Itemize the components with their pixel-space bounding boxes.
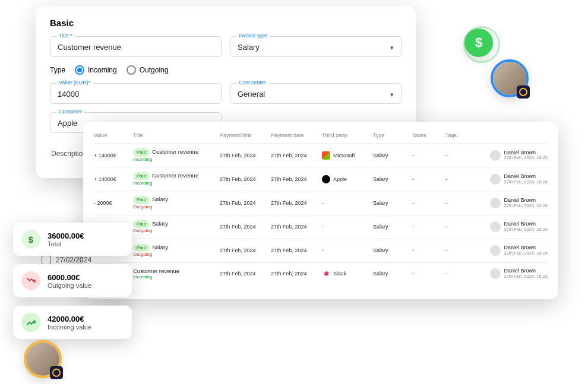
direction-label: Outgoing (133, 204, 216, 210)
outgoing-amount: 6000.00€ (48, 273, 91, 282)
status-badge: Paid (133, 196, 150, 204)
cell-tags: - (445, 200, 481, 206)
cell-title: PaidCustomer revenueIncoming (133, 148, 216, 162)
cell-taxes: - (412, 224, 442, 230)
table-row[interactable]: - 2000€PaidSalaryOutgoing27th Feb, 20242… (94, 239, 548, 262)
title-field[interactable]: Title * Customer revenue (50, 36, 222, 57)
incoming-amount: 42000.00€ (48, 315, 91, 323)
title-label: Title * (56, 33, 75, 39)
invoice-type-select[interactable]: Invoice type Salary (230, 36, 402, 57)
cell-payment-date: 27th Feb, 2024 (271, 153, 318, 158)
third-party-cell: - (322, 247, 369, 253)
cell-type: Salary (373, 200, 409, 206)
cell-title: PaidSalaryOutgoing (133, 220, 216, 234)
date-value: 27/02/2024 (56, 256, 91, 264)
table-row[interactable]: - 2000€PaidSalaryOutgoing27th Feb, 20242… (94, 191, 548, 214)
cell-value: + 14000€ (94, 153, 129, 158)
cell-taxes: - (412, 247, 442, 253)
cell-type: Salary (373, 224, 409, 230)
cell-taxes: - (412, 200, 442, 206)
th-tags: Tags (445, 132, 481, 138)
author-cell: Daniel Brown27th Feb, 2024, 16:24 (490, 221, 548, 232)
th-taxes: Taxes (412, 132, 442, 138)
value-value: 14000 (58, 90, 214, 99)
cell-type: Salary (373, 247, 409, 253)
avatar-user-2 (24, 340, 62, 378)
incoming-label: Incoming value (48, 323, 91, 331)
cell-type: Salary (373, 153, 409, 158)
cost-center-select[interactable]: Cost center General (230, 83, 402, 104)
value-field[interactable]: Value (EUR)* 14000 (50, 83, 222, 104)
table-body: + 14000€PaidCustomer revenueIncoming27th… (94, 143, 548, 285)
table-row[interactable]: Customer revenueIncoming27th Feb, 202427… (94, 262, 548, 285)
type-radio-group: Type Incoming Outgoing (50, 65, 402, 75)
avatar-icon (490, 268, 501, 279)
value-label: Value (EUR)* (56, 80, 93, 85)
summary-total-card: $ 36000.00€ Total (13, 223, 132, 256)
cell-title: PaidSalaryOutgoing (133, 244, 216, 258)
direction-label: Outgoing (133, 252, 216, 258)
apple-logo-icon (322, 175, 330, 183)
third-party-cell: Microsoft (322, 151, 369, 160)
cell-tags: - (445, 271, 481, 277)
cell-payment-date: 27th Feb, 2024 (271, 271, 318, 277)
dollar-badge-icon: $ (464, 28, 493, 57)
cell-tags: - (445, 176, 481, 182)
microsoft-logo-icon (322, 151, 330, 160)
cell-tags: - (445, 224, 481, 230)
customer-label: Customer (56, 109, 84, 115)
cost-center-value: General (238, 90, 394, 99)
dollar-icon: $ (21, 230, 40, 249)
cell-payment-limit: 27th Feb, 2024 (220, 176, 267, 182)
cell-payment-limit: 27th Feb, 2024 (220, 153, 267, 158)
table-row[interactable]: + 14000€PaidCustomer revenueIncoming27th… (94, 143, 548, 167)
table-row[interactable]: + 14000€PaidCustomer revenueIncoming27th… (94, 167, 548, 191)
cell-type: Salary (373, 271, 409, 277)
third-party-cell: Slack (322, 269, 369, 278)
date-chip: 27/02/2024 (42, 255, 91, 265)
cost-center-label: Cost center (236, 80, 268, 85)
cell-taxes: - (412, 271, 442, 277)
third-party-cell: - (322, 224, 369, 230)
author-cell: Daniel Brown27th Feb, 2024, 16:24 (490, 245, 548, 256)
status-badge: Paid (133, 244, 150, 252)
avatar-icon (490, 150, 501, 161)
summary-incoming-card: 42000.00€ Incoming value (13, 306, 132, 339)
table-row[interactable]: - 2000€PaidSalaryOutgoing27th Feb, 20242… (94, 215, 548, 239)
summary-outgoing-card: 6000.00€ Outgoing value (13, 264, 132, 297)
cell-taxes: - (412, 176, 442, 182)
section-title: Basic (50, 18, 402, 28)
cell-tags: - (445, 153, 481, 158)
th-type: Type (373, 132, 409, 138)
direction-label: Outgoing (133, 228, 216, 234)
badge-icon (50, 366, 63, 379)
th-payment-date: Payment date (271, 132, 318, 138)
th-payment-limit: Payment limit (220, 132, 267, 138)
th-title: Title (133, 132, 216, 138)
cell-value: + 14000€ (94, 176, 129, 182)
author-cell: Daniel Brown27th Feb, 2024, 16:24 (490, 174, 548, 185)
invoice-type-label: Invoice type (236, 33, 270, 39)
calendar-icon (42, 255, 51, 265)
radio-outgoing[interactable]: Outgoing (127, 65, 169, 75)
radio-circle-icon (75, 65, 84, 75)
cell-type: Salary (373, 176, 409, 182)
total-amount: 36000.00€ (48, 231, 84, 240)
direction-label: Incoming (133, 157, 216, 163)
badge-icon (517, 85, 530, 99)
avatar-icon (490, 221, 501, 232)
avatar-user-1 (491, 59, 529, 97)
cell-value: - 2000€ (94, 200, 129, 206)
direction-label: Incoming (133, 180, 216, 186)
radio-incoming[interactable]: Incoming (75, 65, 117, 75)
avatar-icon (490, 198, 501, 208)
cell-payment-date: 27th Feb, 2024 (271, 247, 318, 253)
cell-tags: - (445, 247, 481, 253)
trend-down-icon (21, 271, 40, 290)
th-value: Value (94, 132, 129, 138)
title-value: Customer revenue (58, 43, 214, 52)
th-third-party: Third party (322, 132, 369, 138)
cell-title: Customer revenueIncoming (133, 268, 216, 280)
third-party-cell: - (322, 200, 369, 206)
cell-payment-limit: 27th Feb, 2024 (220, 271, 267, 277)
